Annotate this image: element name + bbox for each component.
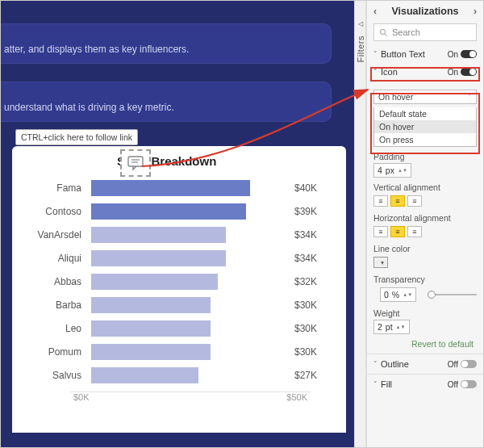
bar-value: $34K bbox=[294, 253, 330, 264]
valign-bottom[interactable]: ≡ bbox=[407, 195, 422, 207]
bar-value: $30K bbox=[294, 299, 330, 311]
halign-label: Horizontal alignment bbox=[367, 208, 483, 224]
bar-category: Aliqui bbox=[28, 253, 86, 264]
link-tooltip: CTRL+click here to follow link bbox=[15, 129, 138, 145]
toggle-button-text[interactable] bbox=[461, 50, 477, 58]
halign-center[interactable]: ≡ bbox=[390, 226, 405, 237]
bar-category: Contoso bbox=[28, 206, 86, 217]
svg-line-4 bbox=[385, 33, 387, 36]
x-tick: $50K bbox=[286, 392, 307, 402]
bar-category: Barba bbox=[28, 299, 86, 311]
section-outline[interactable]: ˅Outline Off bbox=[367, 356, 483, 372]
halign-right[interactable]: ≡ bbox=[407, 226, 422, 237]
bar-value: $32K bbox=[294, 276, 330, 287]
bar-value: $39K bbox=[294, 206, 330, 217]
bar-category: Fama bbox=[28, 182, 86, 194]
bar-category: Leo bbox=[28, 323, 86, 334]
pane-collapse-left[interactable]: ‹ bbox=[373, 6, 377, 17]
pane-title: Visualizations bbox=[391, 6, 458, 17]
bar-category: Pomum bbox=[28, 346, 86, 358]
info-card-metric[interactable]: understand what is driving a key metric. bbox=[1, 82, 332, 122]
transparency-slider[interactable] bbox=[428, 294, 477, 295]
stepper-icon[interactable]: ▲▼ bbox=[403, 293, 412, 297]
section-fill[interactable]: ˅Fill Off bbox=[367, 376, 483, 392]
line-color-swatch[interactable] bbox=[373, 257, 388, 268]
bar-row: Pomum$30K bbox=[28, 340, 330, 363]
valign-middle[interactable]: ≡ bbox=[390, 195, 405, 207]
line-color-label: Line color bbox=[367, 239, 483, 255]
bar-value: $30K bbox=[294, 346, 330, 358]
bar-fill[interactable] bbox=[91, 367, 198, 383]
card-text: atter, and displays them as key influenc… bbox=[4, 31, 320, 57]
stepper-icon[interactable]: ▲▼ bbox=[396, 325, 406, 329]
bar-fill[interactable] bbox=[91, 227, 226, 243]
valign-top[interactable]: ≡ bbox=[373, 195, 388, 207]
toggle-outline[interactable] bbox=[461, 360, 477, 368]
bar-value: $40K bbox=[294, 182, 330, 194]
chevron-down-icon: ˅ bbox=[373, 360, 378, 368]
bar-fill[interactable] bbox=[91, 203, 246, 220]
stepper-icon[interactable]: ▲▼ bbox=[398, 169, 407, 173]
weight-input[interactable]: 2 pt ▲▼ bbox=[373, 320, 410, 334]
bar-fill[interactable] bbox=[91, 320, 211, 337]
x-tick: $0K bbox=[73, 392, 90, 402]
filters-label: Filters bbox=[356, 36, 365, 62]
transparency-input[interactable]: 0 % ▲▼ bbox=[380, 287, 416, 302]
chevron-down-icon: ˅ bbox=[373, 380, 378, 388]
search-icon bbox=[379, 28, 388, 37]
annotation-highlight bbox=[370, 67, 480, 82]
transparency-label: Transparency bbox=[367, 270, 483, 286]
bar-fill[interactable] bbox=[91, 274, 218, 290]
svg-rect-0 bbox=[128, 157, 143, 166]
bar-value: $30K bbox=[294, 323, 330, 334]
bar-row: Contoso$39K bbox=[28, 199, 330, 223]
bar-category: VanArsdel bbox=[28, 229, 86, 241]
chat-bubble-icon bbox=[127, 155, 144, 171]
bar-fill[interactable] bbox=[91, 297, 211, 313]
toggle-fill[interactable] bbox=[461, 380, 477, 388]
bar-row: Abbas$32K bbox=[28, 270, 330, 293]
bar-value: $34K bbox=[294, 229, 330, 241]
halign-options: ≡ ≡ ≡ bbox=[373, 226, 477, 237]
search-input[interactable]: Search bbox=[373, 23, 477, 41]
annotation-highlight bbox=[370, 93, 480, 154]
halign-left[interactable]: ≡ bbox=[373, 226, 388, 237]
report-canvas: atter, and displays them as key influenc… bbox=[1, 1, 354, 447]
weight-label: Weight bbox=[367, 304, 483, 320]
bar-row: Leo$30K bbox=[28, 316, 330, 340]
section-button-text[interactable]: ˅Button Text On bbox=[367, 46, 483, 62]
bar-fill[interactable] bbox=[91, 250, 226, 266]
chevron-down-icon: ˅ bbox=[373, 50, 378, 58]
valign-options: ≡ ≡ ≡ bbox=[373, 195, 477, 207]
bar-category: Abbas bbox=[28, 276, 86, 287]
chart-panel: Store Breakdown Fama$40KContoso$39KVanAr… bbox=[12, 146, 346, 433]
bar-value: $27K bbox=[294, 370, 330, 381]
bar-row: Salvus$27K bbox=[28, 363, 330, 387]
revert-to-default[interactable]: Revert to default bbox=[367, 334, 483, 352]
bar-fill[interactable] bbox=[91, 180, 250, 196]
bar-chart: Fama$40KContoso$39KVanArsdel$34KAliqui$3… bbox=[12, 171, 346, 387]
chart-icon-selection[interactable] bbox=[120, 149, 151, 177]
bar-row: Barba$30K bbox=[28, 293, 330, 316]
bar-row: VanArsdel$34K bbox=[28, 223, 330, 246]
padding-input[interactable]: 4 px ▲▼ bbox=[373, 163, 411, 178]
bar-row: Aliqui$34K bbox=[28, 246, 330, 270]
filters-tab[interactable]: ◁ Filters bbox=[354, 1, 366, 447]
bar-category: Salvus bbox=[28, 370, 86, 381]
info-card-influencers[interactable]: atter, and displays them as key influenc… bbox=[1, 23, 332, 64]
pane-collapse-right[interactable]: › bbox=[474, 6, 477, 17]
card-text: understand what is driving a key metric. bbox=[4, 90, 320, 115]
svg-point-3 bbox=[380, 29, 385, 34]
expand-icon: ◁ bbox=[358, 20, 363, 27]
bar-fill[interactable] bbox=[91, 344, 211, 360]
valign-label: Vertical alignment bbox=[367, 178, 483, 194]
bar-row: Fama$40K bbox=[28, 176, 330, 199]
